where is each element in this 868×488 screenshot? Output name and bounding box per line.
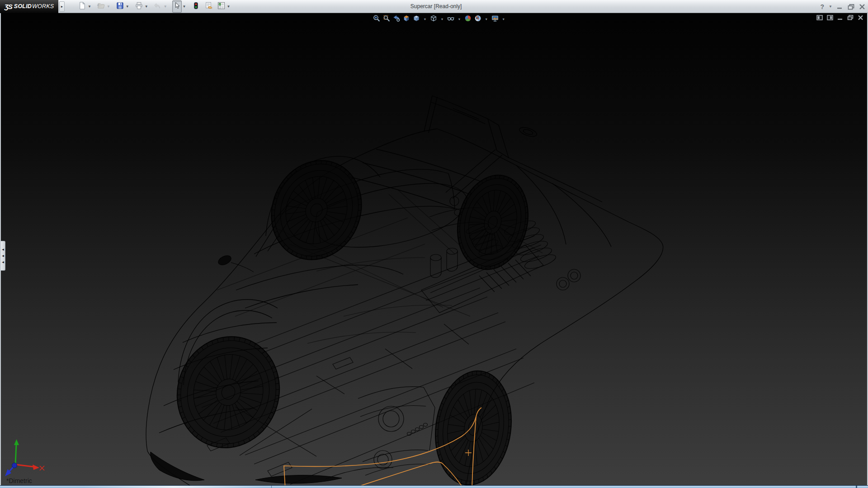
headsup-button-section-view[interactable] <box>402 14 411 24</box>
toolbar-button-open[interactable] <box>96 0 106 13</box>
help-menu-arrow-icon[interactable]: ▼ <box>829 5 832 9</box>
zoom-to-fit-icon <box>373 14 381 24</box>
apply-scene-icon <box>474 14 481 24</box>
toolbar-button-select[interactable] <box>172 0 182 13</box>
brand-glyph-icon: ƷS <box>5 3 12 10</box>
open-icon <box>97 1 105 12</box>
headsup-button-edit-appearance[interactable] <box>463 14 472 24</box>
left-arrow-icon: ◀ <box>2 248 4 251</box>
file-properties-icon <box>204 1 213 12</box>
taskbar-glow <box>84 486 264 488</box>
document-title: Supercar [Read-only] <box>410 0 462 13</box>
left-arrow-icon: ◀ <box>2 254 4 257</box>
section-view-icon <box>403 14 410 24</box>
taskbar-separator <box>856 486 857 488</box>
select-dropdown-arrow[interactable]: ▼ <box>182 5 188 9</box>
toolbar-button-rebuild[interactable] <box>191 0 201 13</box>
rebuild-icon <box>192 1 200 12</box>
previous-view-icon <box>393 14 401 24</box>
view-settings-dropdown-arrow[interactable]: ▼ <box>500 18 506 21</box>
right-arrow-icon: ► <box>61 5 64 8</box>
app-close-button[interactable] <box>859 4 865 10</box>
left-arrow-icon: ◀ <box>2 261 4 263</box>
doc-pane-right-button[interactable] <box>827 15 833 20</box>
toolbar-button-undo[interactable] <box>153 0 163 13</box>
standard-toolbar: ▼▼▼▼▼▼▼ <box>77 0 235 13</box>
save-icon <box>116 1 124 12</box>
doc-minimize-button[interactable] <box>837 15 843 20</box>
options-dropdown-arrow[interactable]: ▼ <box>226 5 232 9</box>
orientation-triad[interactable] <box>5 439 44 476</box>
app-minimize-button[interactable] <box>837 4 843 10</box>
titlebar: ƷS SOLIDWORKS ► ▼▼▼▼▼▼▼ Supercar [Read-o… <box>0 0 868 13</box>
headsup-button-view-settings[interactable] <box>491 14 499 24</box>
view-settings-icon <box>491 14 499 24</box>
headsup-button-previous-view[interactable] <box>392 14 401 24</box>
menu-flyout-arrow[interactable]: ► <box>59 1 65 12</box>
edit-appearance-icon <box>464 14 472 24</box>
toolbar-button-options[interactable] <box>217 0 226 13</box>
view-orientation-dropdown-arrow[interactable]: ▼ <box>422 18 428 21</box>
toolbar-button-new[interactable] <box>77 0 87 13</box>
headsup-view-toolbar: ▼▼▼▼▼ <box>373 14 507 24</box>
hide-show-items-dropdown-arrow[interactable]: ▼ <box>456 18 462 21</box>
taskbar-separator <box>271 486 272 488</box>
viewport-canvas[interactable] <box>0 0 868 488</box>
doc-restore-button[interactable] <box>847 15 854 20</box>
help-button[interactable]: ? <box>821 3 825 10</box>
solidworks-logo: ƷS SOLIDWORKS <box>0 0 58 13</box>
view-orientation-label: *Dimetric <box>6 477 32 484</box>
toolbar-button-print[interactable] <box>134 0 144 13</box>
headsup-button-hide-show-items[interactable] <box>446 14 455 24</box>
display-style-icon <box>429 14 437 24</box>
windows-taskbar-edge[interactable] <box>0 485 868 488</box>
document-window-controls <box>816 15 863 20</box>
apply-scene-dropdown-arrow[interactable]: ▼ <box>483 18 489 21</box>
solidworks-window: ƷS SOLIDWORKS ► ▼▼▼▼▼▼▼ Supercar [Read-o… <box>0 0 868 488</box>
toolbar-button-file-properties[interactable] <box>204 0 213 13</box>
print-dropdown-arrow[interactable]: ▼ <box>144 5 150 9</box>
save-dropdown-arrow[interactable]: ▼ <box>125 5 131 9</box>
brand-light: WORKS <box>32 3 54 9</box>
app-window-controls: ? ▼ <box>821 0 865 13</box>
display-style-dropdown-arrow[interactable]: ▼ <box>439 18 445 21</box>
headsup-button-display-style[interactable] <box>429 14 438 24</box>
new-icon <box>78 1 86 12</box>
doc-close-button[interactable] <box>858 15 863 20</box>
feature-manager-collapsed-tab[interactable]: ◀ ◀ ◀ <box>1 241 5 271</box>
hide-show-items-icon <box>447 14 454 24</box>
toolbar-button-save[interactable] <box>115 0 125 13</box>
view-orientation-icon <box>413 14 420 24</box>
new-dropdown-arrow[interactable]: ▼ <box>87 5 93 9</box>
undo-icon <box>154 1 162 12</box>
headsup-button-zoom-to-area[interactable] <box>382 14 391 24</box>
options-icon <box>217 1 226 12</box>
open-dropdown-arrow[interactable]: ▼ <box>106 5 112 9</box>
print-icon <box>135 1 143 12</box>
headsup-button-apply-scene[interactable] <box>473 14 482 24</box>
undo-dropdown-arrow[interactable]: ▼ <box>163 5 169 9</box>
select-icon <box>173 1 181 12</box>
app-restore-button[interactable] <box>848 4 854 10</box>
zoom-to-area-icon <box>383 14 391 24</box>
doc-pane-left-button[interactable] <box>816 15 823 20</box>
headsup-button-view-orientation[interactable] <box>412 14 421 24</box>
brand-bold: SOLID <box>14 3 32 9</box>
headsup-button-zoom-to-fit[interactable] <box>373 14 381 24</box>
